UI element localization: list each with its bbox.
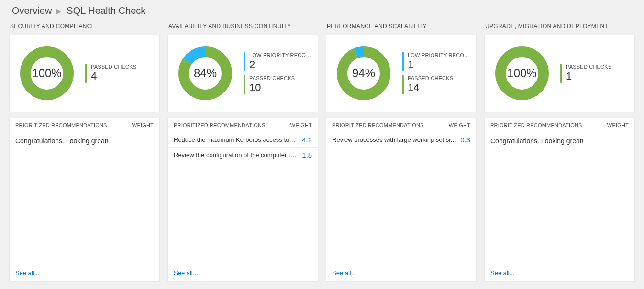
assessment-column: UPGRADE, MIGRATION AND DEPLOYMENT 100% P… [484,21,635,282]
bar-icon [244,75,245,94]
recommendation-weight: 1.8 [302,151,312,159]
bar-icon [402,75,404,94]
table-header: PRIORITIZED RECOMMENDATIONS WEIGHT [10,118,159,132]
congrats-message: Congratulations. Looking great! [10,132,159,150]
table-body: Reduce the maximum Kerberos access token… [168,132,318,265]
recommendation-text: Review the configuration of the computer… [174,151,302,159]
see-all-link[interactable]: See all... [485,265,634,281]
stat-label: PASSED CHECKS [91,64,136,70]
table-row[interactable]: Reduce the maximum Kerberos access token… [168,132,318,148]
table-body: Congratulations. Looking great! [485,132,634,265]
stat-value: 14 [408,81,453,93]
assessment-column: SECURITY AND COMPLIANCE 100% PASSED CHEC… [9,21,160,282]
table-row[interactable]: Review processes with large working set … [326,132,476,147]
column-title: PERFORMANCE AND SCALABILITY [326,21,477,35]
table-body: Review processes with large working set … [326,132,476,265]
congrats-message: Congratulations. Looking great! [485,132,634,150]
donut-chart: 100% [493,45,551,102]
donut-percent: 100% [18,45,76,102]
assessment-column: PERFORMANCE AND SCALABILITY 94% LOW PRIO… [326,21,477,282]
recommendation-weight: 0.3 [460,136,470,144]
see-all-link[interactable]: See all... [326,265,476,281]
recommendations-table: PRIORITIZED RECOMMENDATIONS WEIGHT Reduc… [167,118,318,282]
stat-low-priority: LOW PRIORITY RECOMMENDATIO... 2 [244,52,313,71]
stat-value: 1 [566,70,611,82]
donut-percent: 84% [177,45,234,102]
assessment-column: AVAILABILITY AND BUSINESS CONTINUITY 84%… [167,21,318,282]
breadcrumb: Overview ▶ SQL Health Check [0,0,644,21]
table-header: PRIORITIZED RECOMMENDATIONS WEIGHT [326,118,476,132]
donut-chart: 84% [177,45,234,102]
stats: PASSED CHECKS 4 [85,64,136,83]
table-body: Congratulations. Looking great! [10,132,159,265]
header-recommendations: PRIORITIZED RECOMMENDATIONS [490,122,582,128]
stat-label: PASSED CHECKS [566,64,611,70]
summary-card[interactable]: 100% PASSED CHECKS 4 [9,35,160,112]
table-header: PRIORITIZED RECOMMENDATIONS WEIGHT [168,118,318,132]
donut-percent: 94% [335,45,392,102]
stats: LOW PRIORITY RECOMMENDATIO... 2 PASSED C… [244,52,313,94]
chevron-right-icon: ▶ [56,7,62,15]
header-weight: WEIGHT [449,122,470,128]
stat-label: LOW PRIORITY RECOMMENDATIO... [249,52,313,58]
bar-icon [560,64,562,83]
see-all-link[interactable]: See all... [168,265,318,281]
stat-passed-checks: PASSED CHECKS 1 [560,64,611,83]
column-title: UPGRADE, MIGRATION AND DEPLOYMENT [484,21,635,35]
donut-chart: 100% [18,45,76,102]
column-title: SECURITY AND COMPLIANCE [9,21,160,35]
bar-icon [85,64,87,83]
stat-value: 2 [249,58,313,70]
see-all-link[interactable]: See all... [10,265,159,281]
donut-percent: 100% [493,45,551,102]
stats: PASSED CHECKS 1 [560,64,611,83]
header-recommendations: PRIORITIZED RECOMMENDATIONS [15,122,107,128]
header-weight: WEIGHT [290,122,312,128]
bar-icon [402,52,404,71]
breadcrumb-root[interactable]: Overview [12,5,52,16]
header-weight: WEIGHT [132,122,154,128]
header-weight: WEIGHT [607,122,629,128]
stat-value: 1 [408,58,471,70]
table-header: PRIORITIZED RECOMMENDATIONS WEIGHT [485,118,634,132]
recommendations-table: PRIORITIZED RECOMMENDATIONS WEIGHT Revie… [326,118,477,282]
stat-label: PASSED CHECKS [408,75,453,81]
recommendation-weight: 4.2 [302,136,312,144]
stat-value: 4 [91,70,136,82]
stats: LOW PRIORITY RECOMMENDATIO... 1 PASSED C… [402,52,471,94]
stat-passed-checks: PASSED CHECKS 10 [244,75,313,94]
stat-passed-checks: PASSED CHECKS 14 [402,75,471,94]
breadcrumb-current: SQL Health Check [67,5,145,16]
bar-icon [244,52,245,71]
donut-chart: 94% [335,45,392,102]
stat-value: 10 [249,81,295,93]
stat-label: PASSED CHECKS [249,75,295,81]
recommendation-text: Reduce the maximum Kerberos access token… [174,136,302,143]
recommendations-table: PRIORITIZED RECOMMENDATIONS WEIGHTCongra… [484,118,635,282]
recommendations-table: PRIORITIZED RECOMMENDATIONS WEIGHTCongra… [9,118,160,282]
summary-card[interactable]: 84% LOW PRIORITY RECOMMENDATIO... 2 PASS… [167,35,318,112]
header-recommendations: PRIORITIZED RECOMMENDATIONS [332,122,424,128]
column-title: AVAILABILITY AND BUSINESS CONTINUITY [167,21,318,35]
recommendation-text: Review processes with large working set … [332,136,460,143]
stat-low-priority: LOW PRIORITY RECOMMENDATIO... 1 [402,52,471,71]
header-recommendations: PRIORITIZED RECOMMENDATIONS [174,122,266,128]
summary-card[interactable]: 94% LOW PRIORITY RECOMMENDATIO... 1 PASS… [326,35,477,112]
summary-card[interactable]: 100% PASSED CHECKS 1 [484,35,635,112]
stat-label: LOW PRIORITY RECOMMENDATIO... [408,52,471,58]
table-row[interactable]: Review the configuration of the computer… [168,148,318,162]
stat-passed-checks: PASSED CHECKS 4 [85,64,136,83]
